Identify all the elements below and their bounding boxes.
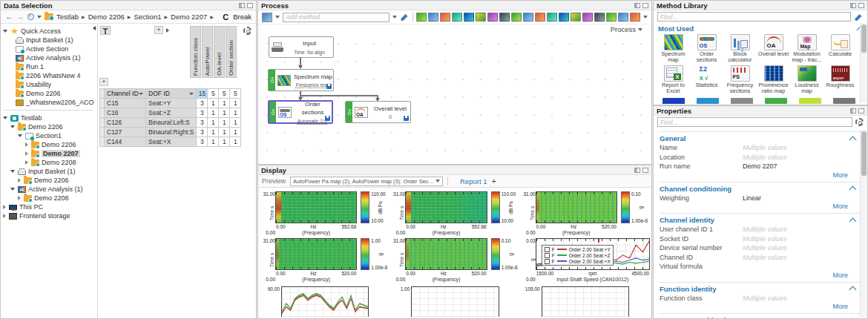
process-toolbar-method-icon[interactable]	[606, 13, 617, 22]
dock-icon[interactable]	[239, 3, 245, 8]
count-cell[interactable]: 1	[219, 137, 230, 147]
count-cell[interactable]: 1	[208, 118, 219, 128]
display-plot-partial[interactable]: 90.00	[260, 282, 389, 317]
process-toolbar-method-icon[interactable]	[582, 13, 593, 22]
preview-tab-label[interactable]: Preview	[262, 177, 286, 185]
count-cell[interactable]: 3	[197, 118, 208, 128]
dock-icon[interactable]	[850, 3, 856, 8]
back-button[interactable]: ←	[5, 13, 13, 21]
expand-arrow-icon[interactable]	[3, 30, 7, 33]
method-search-input[interactable]	[657, 12, 851, 22]
project-tree-item[interactable]: Active Analysis (1)	[1, 185, 97, 194]
quick-access-item[interactable]: Active Section	[1, 45, 97, 53]
table-settings-gear-icon[interactable]	[243, 27, 251, 35]
dock-icon[interactable]	[850, 108, 856, 114]
count-cell[interactable]: 1	[219, 108, 230, 118]
break-button[interactable]: Break	[233, 13, 251, 21]
property-value[interactable]: Multiple values	[743, 244, 787, 251]
key-cell[interactable]: Seat:+Z	[146, 108, 197, 118]
expand-arrow-icon[interactable]	[3, 116, 7, 119]
expand-arrow-icon[interactable]	[25, 142, 28, 147]
project-tree-item[interactable]: Input Basket (1)	[1, 167, 97, 176]
history-icon[interactable]	[27, 13, 34, 20]
add-row-button[interactable]: +	[99, 78, 108, 86]
spectrogram-plot-area[interactable]	[275, 191, 357, 223]
table-row[interactable]: C127Binaural:Right:S3111	[100, 128, 241, 137]
column-header-oa-level[interactable]: OA-level	[214, 26, 225, 78]
legend-checkbox[interactable]	[545, 253, 550, 258]
tab-report-1[interactable]: Report 1	[460, 177, 487, 185]
method-item-calculate[interactable]: Calculate	[823, 34, 857, 64]
more-link[interactable]: More	[660, 203, 860, 211]
maximize-icon[interactable]	[642, 168, 648, 173]
process-toolbar-method-icon[interactable]	[630, 13, 640, 22]
node-spectrum-map[interactable]: On Spectrum map Frequency resol	[268, 69, 334, 91]
property-value[interactable]: Multiple values	[743, 226, 787, 233]
count-cell[interactable]: 1	[219, 99, 230, 108]
count-cell[interactable]: 1	[208, 137, 219, 147]
display-plot-spectrogram[interactable]: 31.00Time s0.000.00Hz520.00(Frequency)0.…	[520, 188, 650, 235]
sort-dropdown-icon[interactable]	[139, 93, 143, 95]
process-toolbar-method-icon[interactable]	[511, 13, 522, 22]
process-toolbar-method-icon[interactable]	[440, 13, 450, 22]
count-cell[interactable]: 1	[230, 118, 241, 128]
quick-access-item[interactable]: Demo 2206	[1, 89, 97, 98]
expand-arrow-icon[interactable]	[18, 196, 21, 200]
property-value[interactable]: Demo 2207	[743, 162, 777, 170]
scrollbar[interactable]	[860, 23, 867, 103]
line-plot-area[interactable]: FOrder 2.00 Seat:+YFOrder 2.00 Seat:+ZFO…	[536, 238, 650, 270]
node-input[interactable]: Input Time: No align	[269, 36, 334, 58]
project-tree-item[interactable]: Demo 2208	[1, 158, 97, 167]
method-icon-partial[interactable]	[731, 98, 753, 104]
breadcrumb-item[interactable]: Demo 2206	[88, 13, 125, 21]
count-cell[interactable]: 1	[219, 118, 230, 128]
project-tree-item[interactable]: This PC	[1, 203, 97, 211]
method-item-roughness[interactable]: Roughness	[823, 65, 857, 95]
history-dropdown-icon[interactable]	[37, 16, 42, 19]
key-cell[interactable]: Seat:+X	[146, 137, 197, 147]
node-parameter-link[interactable]: Frequency resol	[296, 82, 331, 88]
breadcrumb-item[interactable]: Testlab	[56, 13, 79, 21]
method-item-frequency-sections[interactable]: Frequency sections	[723, 65, 757, 95]
count-cell[interactable]: 1	[208, 99, 219, 108]
save-result-icon[interactable]	[326, 84, 332, 89]
method-icon-partial[interactable]	[662, 98, 685, 104]
collapse-tree-icon[interactable]	[93, 26, 96, 30]
display-plot-spectrogram[interactable]: 31.00Time s0.000.00Hz552.66(Frequency)11…	[389, 188, 519, 235]
scrollbar[interactable]	[860, 130, 867, 317]
count-cell[interactable]: 3	[197, 128, 208, 137]
expand-arrow-icon[interactable]	[3, 205, 6, 209]
spectrogram-plot-area[interactable]	[275, 238, 357, 270]
expand-arrow-icon[interactable]	[18, 178, 21, 182]
project-tree-item[interactable]: Frontend storage	[1, 211, 97, 220]
maximize-icon[interactable]	[858, 3, 864, 8]
wrench-settings-icon[interactable]	[854, 12, 863, 21]
dock-icon[interactable]	[634, 3, 640, 8]
key-cell[interactable]: C127	[105, 128, 146, 137]
process-toolbar-method-icon[interactable]	[452, 13, 462, 22]
process-toolbar-method-icon[interactable]	[535, 13, 545, 22]
node-overall-level[interactable]: On Overall level 0	[345, 101, 411, 123]
count-cell[interactable]: 1	[208, 128, 219, 137]
display-plot-spectrogram[interactable]: 31.00Time s0.000.00Hz552.66(Frequency)11…	[260, 188, 389, 235]
count-cell[interactable]: 1	[230, 108, 241, 118]
spectrogram-plot-area[interactable]	[536, 191, 617, 223]
add-method-input[interactable]	[283, 13, 389, 22]
property-section-header[interactable]: Function identity	[660, 284, 860, 294]
maximize-icon[interactable]	[247, 3, 253, 8]
property-value[interactable]: Linear	[743, 194, 761, 202]
key-cell[interactable]: C126	[105, 118, 146, 128]
process-toolbar-method-icon[interactable]	[523, 13, 533, 22]
display-plot-partial[interactable]: 105.00	[520, 282, 650, 317]
project-tree-item[interactable]: Demo 2207	[1, 149, 97, 158]
add-report-tab-button[interactable]: +	[491, 177, 496, 185]
property-section-header[interactable]: Channel conditioning	[660, 184, 860, 194]
process-toolbar-method-icon[interactable]	[571, 13, 581, 22]
count-cell[interactable]: 1	[230, 99, 241, 108]
process-toolbar-method-icon[interactable]	[594, 13, 605, 22]
more-link[interactable]: More	[660, 272, 860, 280]
quick-access-item[interactable]: 2206 WhatsNew 4	[1, 71, 97, 80]
scrollbar-thumb[interactable]	[861, 131, 867, 176]
project-tree-item[interactable]: Demo 2208	[1, 194, 97, 203]
column-header[interactable]: DOF ID	[146, 89, 197, 99]
